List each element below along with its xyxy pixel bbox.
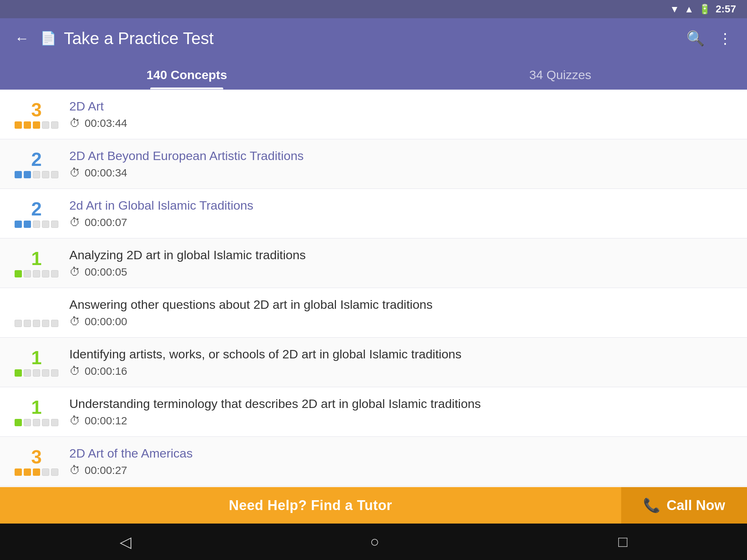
toolbar: ← 📄 Take a Practice Test 🔍 ⋮: [0, 18, 747, 58]
score-dot: [51, 121, 58, 129]
score-number: 3: [31, 100, 42, 119]
score-dot: [42, 270, 49, 277]
score-dot: [33, 320, 40, 327]
score-dot: [42, 419, 49, 426]
item-content: 2D Art Beyond European Artistic Traditio…: [69, 149, 732, 179]
score-number: 1: [31, 348, 42, 367]
score-dot: [15, 121, 22, 129]
back-nav-button[interactable]: ◁: [120, 533, 131, 551]
item-content: 2d Art in Global Islamic Traditions⏱00:0…: [69, 198, 732, 229]
score-dot: [51, 270, 58, 277]
score-dot: [15, 270, 22, 277]
item-time: ⏱00:00:12: [69, 415, 732, 427]
item-time: ⏱00:00:27: [69, 464, 732, 477]
score-dot: [15, 320, 22, 327]
score-dot: [33, 369, 40, 377]
score-badge: 3: [15, 100, 58, 129]
list-item[interactable]: 32D Art⏱00:03:44: [0, 90, 747, 139]
score-dot: [51, 171, 58, 178]
status-icons: ▼ ▲ 🔋 2:57: [670, 3, 736, 15]
score-badge: 2: [15, 199, 58, 228]
score-dots: [15, 270, 58, 277]
item-title: Understanding terminology that describes…: [69, 397, 732, 411]
item-content: 2D Art⏱00:03:44: [69, 99, 732, 129]
item-title: 2D Art: [69, 99, 732, 113]
score-dot: [42, 320, 49, 327]
list-item[interactable]: Answering other questions about 2D art i…: [0, 288, 747, 338]
clock-icon: ⏱: [69, 167, 80, 179]
score-dots: [15, 320, 58, 327]
score-number: 2: [31, 199, 42, 218]
call-now-label: Call Now: [667, 498, 725, 513]
item-content: 2D Art of the Americas⏱00:00:27: [69, 446, 732, 477]
list-item[interactable]: 22d Art in Global Islamic Traditions⏱00:…: [0, 189, 747, 238]
item-content: Understanding terminology that describes…: [69, 397, 732, 427]
time-value: 00:03:44: [85, 117, 127, 129]
call-now-button[interactable]: 📞 Call Now: [621, 487, 747, 524]
tab-concepts[interactable]: 140 Concepts: [0, 58, 374, 89]
score-dot: [33, 221, 40, 228]
back-button[interactable]: ←: [15, 30, 29, 47]
nav-bar: ◁ ○ □: [0, 524, 747, 560]
score-dots: [15, 171, 58, 178]
score-dot: [33, 171, 40, 178]
home-nav-button[interactable]: ○: [370, 533, 379, 551]
score-badge: 1: [15, 249, 58, 277]
score-dot: [51, 419, 58, 426]
list-item[interactable]: 32D Art of the Americas⏱00:00:27: [0, 437, 747, 486]
recents-nav-button[interactable]: □: [618, 533, 627, 551]
clock-icon: ⏱: [69, 415, 80, 427]
clock-icon: ⏱: [69, 464, 80, 477]
item-title: Analyzing 2D art in global Islamic tradi…: [69, 248, 732, 262]
time-value: 00:00:16: [85, 365, 127, 377]
tab-quizzes[interactable]: 34 Quizzes: [374, 58, 747, 89]
list-item[interactable]: 1Analyzing 2D art in global Islamic trad…: [0, 238, 747, 288]
list-item[interactable]: 1Understanding terminology that describe…: [0, 387, 747, 437]
page-title: Take a Practice Test: [64, 28, 686, 48]
toolbar-actions: 🔍 ⋮: [686, 30, 732, 47]
list-item[interactable]: 22D Art Beyond European Artistic Traditi…: [0, 139, 747, 189]
time-value: 00:00:34: [85, 167, 127, 179]
score-dot: [33, 121, 40, 129]
time-value: 00:00:05: [85, 266, 127, 278]
score-dot: [51, 369, 58, 377]
score-dots: [15, 468, 58, 476]
item-content: Answering other questions about 2D art i…: [69, 298, 732, 328]
item-title: 2D Art of the Americas: [69, 446, 732, 460]
score-dot: [15, 468, 22, 476]
score-dots: [15, 221, 58, 228]
clock-display: 2:57: [716, 3, 736, 15]
wifi-icon: ▼: [670, 4, 679, 15]
battery-icon: 🔋: [699, 4, 711, 15]
score-dot: [15, 171, 22, 178]
help-text: Need Help? Find a Tutor: [0, 487, 621, 524]
time-value: 00:00:07: [85, 216, 127, 229]
item-time: ⏱00:00:00: [69, 315, 732, 328]
score-dot: [51, 468, 58, 476]
content-list: 32D Art⏱00:03:4422D Art Beyond European …: [0, 90, 747, 487]
score-badge: 2: [15, 150, 58, 178]
clock-icon: ⏱: [69, 266, 80, 278]
clock-icon: ⏱: [69, 216, 80, 229]
score-dots: [15, 369, 58, 377]
score-dot: [24, 270, 31, 277]
time-value: 00:00:00: [85, 315, 127, 328]
score-badge: 1: [15, 348, 58, 377]
score-number: 2: [31, 150, 42, 169]
score-number: 1: [31, 249, 42, 268]
score-dot: [51, 320, 58, 327]
list-item[interactable]: 1Identifying artists, works, or schools …: [0, 338, 747, 387]
score-dot: [33, 419, 40, 426]
score-number: 1: [31, 398, 42, 417]
score-dot: [24, 221, 31, 228]
score-badge: 1: [15, 398, 58, 426]
score-dot: [15, 221, 22, 228]
tab-bar: 140 Concepts 34 Quizzes: [0, 58, 747, 90]
search-icon[interactable]: 🔍: [686, 30, 705, 47]
score-dot: [42, 221, 49, 228]
clock-icon: ⏱: [69, 315, 80, 328]
score-dot: [15, 369, 22, 377]
more-options-icon[interactable]: ⋮: [718, 30, 732, 47]
score-dot: [42, 171, 49, 178]
score-badge: 3: [15, 447, 58, 476]
